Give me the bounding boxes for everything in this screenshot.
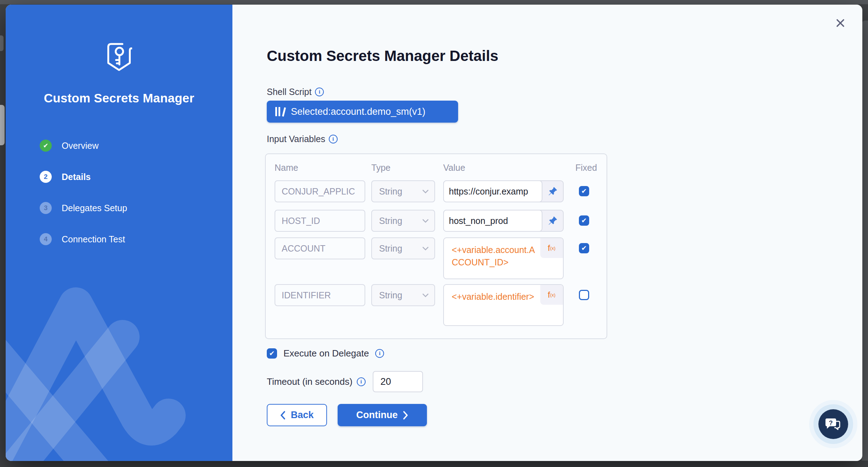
wizard-sidebar: Custom Secrets Manager ✔ Overview 2 Deta…: [6, 5, 232, 461]
variable-name-field[interactable]: ACCOUNT: [275, 237, 365, 259]
variable-name-field[interactable]: IDENTIFIER: [275, 284, 365, 306]
timeout-input[interactable]: [373, 371, 423, 392]
chevron-down-icon: [422, 219, 429, 223]
help-chat-button[interactable]: ?: [818, 409, 848, 439]
variable-value-expression[interactable]: <+variable.account.ACCOUNT_ID> f(x): [443, 237, 564, 279]
expression-fx-icon[interactable]: f(x): [540, 285, 563, 305]
backdrop-top-bar: [0, 0, 868, 4]
selected-script-label: Selected:account.demo_sm(v1): [291, 106, 425, 117]
variable-type-select[interactable]: String: [371, 284, 435, 306]
step-number: 4: [40, 233, 52, 245]
chevron-right-icon: [403, 411, 408, 420]
step-delegates-setup[interactable]: 3 Delegates Setup: [40, 202, 127, 214]
column-header-type: Type: [371, 163, 390, 173]
backdrop-fragment: [0, 35, 4, 51]
chevron-down-icon: [422, 247, 429, 251]
variable-type-select[interactable]: String: [371, 210, 435, 232]
info-icon[interactable]: i: [315, 88, 324, 96]
type-value: String: [379, 243, 402, 254]
sidebar-title: Custom Secrets Manager: [6, 91, 232, 105]
shell-script-label: Shell Script: [267, 87, 311, 97]
secrets-manager-wizard-modal: Custom Secrets Manager ✔ Overview 2 Deta…: [6, 5, 862, 461]
pin-icon[interactable]: [542, 181, 563, 202]
expression-value: <+variable.identifier>: [452, 291, 541, 303]
pin-icon[interactable]: [542, 210, 563, 231]
timeout-label: Timeout (in seconds): [267, 376, 353, 387]
shield-key-icon: [106, 42, 132, 73]
column-header-fixed: Fixed: [575, 163, 597, 173]
continue-button[interactable]: Continue: [338, 404, 427, 426]
check-icon: ✔: [269, 350, 275, 357]
expression-value: <+variable.account.ACCOUNT_ID>: [452, 244, 541, 269]
step-label: Details: [62, 172, 91, 182]
input-variables-label: Input Variables: [267, 134, 325, 144]
chevron-down-icon: [422, 190, 429, 193]
check-icon: ✔: [581, 188, 587, 195]
continue-button-label: Continue: [356, 410, 398, 421]
step-number: 3: [40, 202, 52, 214]
wizard-steps: ✔ Overview 2 Details 3 Delegates Setup 4…: [40, 140, 127, 264]
step-label: Delegates Setup: [62, 203, 127, 213]
execute-on-delegate-label: Execute on Delegate: [283, 348, 369, 359]
variable-value-field[interactable]: host_non_prod: [443, 210, 542, 232]
svg-text:?: ?: [829, 420, 833, 427]
step-number: 2: [40, 171, 52, 183]
expression-fx-icon[interactable]: f(x): [540, 238, 563, 258]
step-overview[interactable]: ✔ Overview: [40, 140, 127, 152]
variable-value-group: https://conjur.examp: [443, 180, 564, 202]
chevron-down-icon: [422, 293, 429, 297]
fixed-checkbox[interactable]: ✔: [579, 215, 589, 226]
info-icon[interactable]: i: [375, 349, 384, 358]
backdrop-fragment: [0, 105, 5, 145]
check-icon: ✔: [581, 217, 587, 224]
step-complete-check-icon: ✔: [40, 140, 52, 152]
fixed-checkbox[interactable]: ✔: [579, 290, 589, 300]
variable-value-group: host_non_prod: [443, 210, 564, 232]
step-details[interactable]: 2 Details: [40, 171, 127, 183]
column-header-name: Name: [275, 163, 298, 173]
info-icon[interactable]: i: [329, 135, 338, 144]
page-title: Custom Secrets Manager Details: [267, 47, 498, 64]
shell-script-label-row: Shell Script i: [267, 87, 324, 97]
variable-type-select[interactable]: String: [371, 180, 435, 202]
step-connection-test[interactable]: 4 Connection Test: [40, 233, 127, 245]
back-button-label: Back: [291, 410, 314, 421]
wizard-content: Custom Secrets Manager Details Shell Scr…: [232, 5, 862, 461]
library-icon: [275, 107, 285, 117]
type-value: String: [379, 290, 402, 300]
input-variables-label-row: Input Variables i: [267, 134, 338, 144]
column-header-value: Value: [443, 163, 465, 173]
type-value: String: [379, 216, 402, 226]
fixed-checkbox[interactable]: ✔: [579, 186, 589, 196]
fixed-checkbox[interactable]: ✔: [579, 243, 589, 253]
variable-value-expression[interactable]: <+variable.identifier> f(x): [443, 284, 564, 326]
variable-type-select[interactable]: String: [371, 237, 435, 259]
execute-on-delegate-checkbox[interactable]: ✔: [267, 348, 277, 359]
backdrop-right-panel: [862, 21, 868, 461]
chevron-left-icon: [280, 411, 285, 420]
input-variables-card: Name Type Value Fixed CONJUR_APPLIC Stri…: [265, 153, 607, 339]
timeout-row: Timeout (in seconds) i: [267, 371, 423, 392]
selected-script-button[interactable]: Selected:account.demo_sm(v1): [267, 101, 458, 123]
type-value: String: [379, 186, 402, 197]
back-button[interactable]: Back: [267, 404, 327, 426]
execute-on-delegate-row: ✔ Execute on Delegate i: [267, 348, 384, 359]
step-label: Connection Test: [62, 234, 125, 244]
variable-name-field[interactable]: CONJUR_APPLIC: [275, 180, 365, 202]
step-label: Overview: [62, 141, 98, 151]
info-icon[interactable]: i: [357, 377, 366, 386]
help-chat-icon: ?: [825, 416, 842, 432]
variable-name-field[interactable]: HOST_ID: [275, 210, 365, 232]
variable-value-field[interactable]: https://conjur.examp: [443, 180, 542, 202]
check-icon: ✔: [581, 245, 587, 252]
close-icon[interactable]: [833, 15, 848, 31]
harness-logo-watermark: [6, 270, 232, 461]
wizard-footer-buttons: Back Continue: [267, 404, 427, 426]
